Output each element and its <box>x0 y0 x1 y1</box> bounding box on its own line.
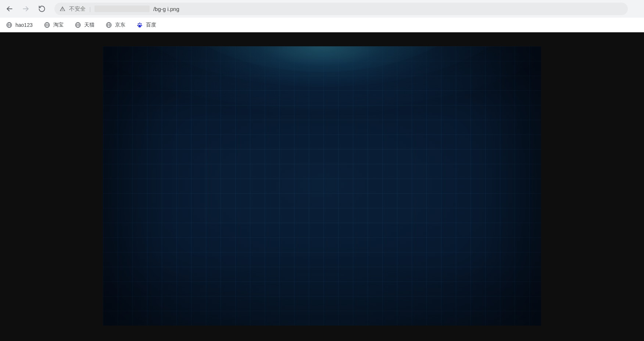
bookmark-label: 百度 <box>146 22 156 28</box>
globe-icon <box>6 22 12 28</box>
address-bar[interactable]: 不安全 | /bg-g i.png <box>54 3 628 15</box>
content-viewport <box>0 32 644 341</box>
bookmark-baidu[interactable]: 百度 <box>135 20 158 30</box>
bookmark-taobao[interactable]: 淘宝 <box>42 20 65 30</box>
bookmarks-bar: hao123 淘宝 天猫 京东 百度 <box>0 18 644 32</box>
bookmark-tmall[interactable]: 天猫 <box>73 20 96 30</box>
insecure-label: 不安全 <box>69 6 86 12</box>
grid-overlay <box>103 46 541 326</box>
arrow-left-icon <box>6 5 13 12</box>
vignette <box>103 46 541 326</box>
bookmark-label: 淘宝 <box>53 22 64 28</box>
displayed-image[interactable] <box>103 46 541 326</box>
globe-icon <box>105 22 112 28</box>
bookmark-hao123[interactable]: hao123 <box>4 20 34 30</box>
browser-toolbar: 不安全 | /bg-g i.png <box>0 0 644 18</box>
back-button[interactable] <box>3 2 16 15</box>
globe-icon <box>44 22 50 28</box>
address-host-redacted <box>94 6 150 12</box>
glow-layer <box>103 46 541 109</box>
arrow-right-icon <box>22 5 29 12</box>
bookmark-label: 天猫 <box>84 22 94 28</box>
bookmark-label: 京东 <box>115 22 125 28</box>
svg-point-16 <box>140 23 142 25</box>
bookmark-label: hao123 <box>15 22 33 28</box>
address-separator: | <box>89 6 91 12</box>
glow-layer <box>120 46 524 87</box>
address-path: /bg-g i.png <box>153 6 179 12</box>
globe-icon <box>75 22 81 28</box>
svg-point-18 <box>141 25 142 26</box>
glow-layer <box>157 46 487 72</box>
warning-icon <box>60 6 65 12</box>
bookmark-jd[interactable]: 京东 <box>104 20 127 30</box>
baidu-paw-icon <box>136 22 143 28</box>
reload-icon <box>38 5 46 12</box>
reload-button[interactable] <box>35 2 49 15</box>
svg-point-17 <box>137 25 138 26</box>
forward-button[interactable] <box>19 2 32 15</box>
svg-point-15 <box>139 22 140 24</box>
svg-point-14 <box>137 23 139 25</box>
